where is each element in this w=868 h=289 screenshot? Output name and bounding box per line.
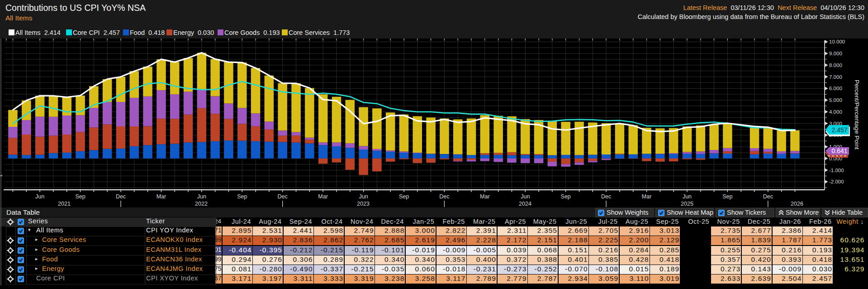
svg-text:Sep: Sep: [237, 193, 247, 200]
svg-text:Jun: Jun: [359, 193, 368, 200]
svg-text:7.000: 7.000: [829, 74, 842, 80]
svg-text:Dec: Dec: [763, 193, 773, 200]
svg-text:Jun: Jun: [35, 193, 44, 200]
svg-text:Dec: Dec: [278, 193, 288, 200]
svg-text:4.000: 4.000: [829, 109, 842, 115]
svg-text:Sep: Sep: [561, 193, 571, 200]
svg-text:6.000: 6.000: [829, 86, 842, 91]
svg-text:Dec: Dec: [439, 193, 449, 200]
svg-text:Jun: Jun: [521, 193, 530, 200]
svg-text:Dec: Dec: [116, 193, 126, 200]
svg-text:2.457: 2.457: [831, 126, 847, 134]
svg-text:Percent/Percentage Point: Percent/Percentage Point: [854, 80, 860, 149]
svg-text:Mar: Mar: [318, 193, 328, 200]
svg-text:2026: 2026: [791, 201, 803, 207]
svg-text:2022: 2022: [195, 201, 208, 207]
svg-text:Mar: Mar: [642, 193, 652, 200]
svg-text:2021: 2021: [58, 201, 71, 207]
svg-text:-1.000: -1.000: [829, 168, 844, 173]
svg-text:Dec: Dec: [601, 193, 611, 200]
svg-text:Mar: Mar: [157, 193, 166, 200]
svg-text:Jun: Jun: [683, 193, 692, 200]
svg-text:5.000: 5.000: [829, 97, 842, 103]
svg-text:9.000: 9.000: [829, 51, 842, 56]
svg-text:8.000: 8.000: [829, 63, 842, 68]
svg-text:-2.000: -2.000: [829, 179, 844, 184]
svg-text:Sep: Sep: [722, 193, 732, 200]
svg-text:Sep: Sep: [399, 193, 409, 200]
svg-text:Sep: Sep: [75, 193, 85, 200]
svg-text:0.641: 0.641: [831, 147, 847, 154]
svg-text:2023: 2023: [357, 201, 370, 207]
svg-text:Mar: Mar: [480, 193, 490, 200]
svg-text:10.000: 10.000: [829, 39, 845, 44]
svg-text:Jun: Jun: [197, 193, 206, 200]
svg-text:2025: 2025: [681, 201, 693, 207]
svg-text:2024: 2024: [519, 201, 531, 207]
